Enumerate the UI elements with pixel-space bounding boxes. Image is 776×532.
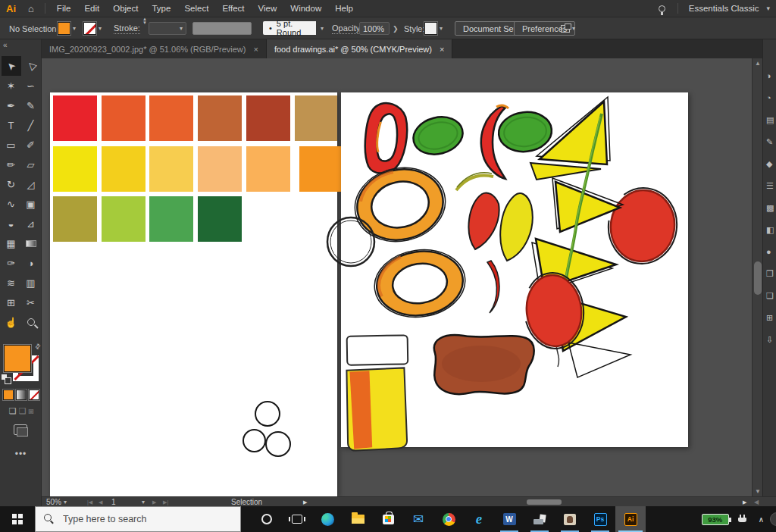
chevron-down-icon[interactable]: ▾ — [572, 25, 575, 32]
pen-tool[interactable]: ✒ — [2, 95, 21, 115]
draw-behind-icon[interactable]: ❏ — [19, 406, 27, 416]
panel-graphic-styles-icon[interactable]: ❒ — [766, 268, 776, 280]
cortana-icon[interactable] — [252, 506, 282, 532]
stroke-weight-dropdown[interactable]: ▾ — [149, 22, 186, 35]
scroll-up-icon[interactable]: ▲ — [753, 60, 763, 67]
shaper-tool[interactable]: ✏ — [2, 155, 21, 174]
symbol-sprayer-tool[interactable]: ≋ — [2, 273, 21, 293]
brush-dropdown-chevron[interactable]: ▾ — [318, 17, 324, 39]
menu-help[interactable]: Help — [328, 4, 360, 13]
sketch-circle-top[interactable] — [255, 401, 280, 427]
sketch-honey-jar[interactable] — [346, 335, 410, 450]
arrange-panel-icon[interactable] — [561, 25, 570, 33]
menu-file[interactable]: File — [50, 4, 78, 13]
blend-tool[interactable]: ◑ — [21, 253, 41, 273]
search-input[interactable] — [35, 506, 241, 532]
opacity-label[interactable]: Opacity: — [332, 23, 362, 34]
menu-object[interactable]: Object — [106, 4, 145, 13]
palette-swatch-r1c4[interactable] — [198, 95, 242, 141]
rectangle-tool[interactable]: ▭ — [2, 135, 21, 155]
fill-indicator[interactable] — [4, 345, 31, 372]
stroke-label[interactable]: Stroke: — [114, 23, 140, 34]
tab-close-icon[interactable]: × — [253, 45, 258, 54]
palette-swatch-r3c3[interactable] — [149, 196, 193, 242]
rotate-tool[interactable]: ↻ — [2, 174, 21, 194]
horizontal-scroll-thumb[interactable] — [527, 499, 562, 505]
color-button[interactable] — [3, 390, 14, 400]
palette-swatch-r2c2[interactable] — [102, 146, 146, 192]
discover-lightbulb-icon[interactable] — [659, 5, 665, 12]
style-swatch[interactable] — [424, 22, 437, 35]
task-view-icon[interactable] — [282, 506, 312, 532]
panel-artboards-icon[interactable]: ⊞ — [766, 311, 776, 324]
chevron-down-icon[interactable]: ▾ — [99, 25, 102, 32]
panel-transparency-icon[interactable]: ◧ — [766, 224, 776, 236]
battery-indicator[interactable]: 93% — [702, 514, 729, 525]
vertical-scroll-thumb[interactable] — [754, 261, 762, 295]
photos-app-icon[interactable] — [555, 506, 585, 532]
workspace-switcher[interactable]: Essentials Classic — [683, 4, 765, 13]
scroll-down-icon[interactable]: ▼ — [753, 488, 763, 495]
perspective-grid-tool[interactable]: ⊿ — [21, 214, 41, 233]
sketch-steak[interactable] — [434, 335, 534, 394]
sketch-circle-left[interactable] — [242, 429, 266, 452]
vertical-scrollbar[interactable]: ▲ ▼ — [752, 58, 762, 496]
menu-type[interactable]: Type — [145, 4, 177, 13]
fill-color-swatch[interactable] — [58, 22, 70, 35]
illustrator-icon[interactable]: Ai — [615, 506, 646, 532]
palette-swatch-r1c3[interactable] — [149, 95, 193, 141]
slice-tool[interactable]: ✂ — [21, 293, 41, 312]
width-tool[interactable]: ∿ — [2, 194, 21, 214]
palette-swatch-r2c4[interactable] — [198, 146, 242, 192]
opacity-value-field[interactable]: 100% — [359, 22, 390, 35]
gradient-button[interactable] — [16, 390, 27, 400]
magic-wand-tool[interactable]: ✶ — [2, 76, 21, 95]
curvature-tool[interactable]: ✎ — [21, 95, 41, 115]
brush-definition-field[interactable]: •5 pt. Round — [263, 21, 316, 35]
hand-tool[interactable]: ☝ — [2, 312, 21, 332]
panel-asset-export-icon[interactable]: ⇩ — [766, 333, 776, 346]
photoshop-icon[interactable]: Ps — [585, 506, 615, 532]
panel-brushes-icon[interactable]: ✎ — [766, 136, 776, 148]
menu-edit[interactable]: Edit — [77, 4, 106, 13]
panel-color-guide-icon[interactable]: ◔ — [766, 92, 776, 104]
panel-symbols-icon[interactable]: ◆ — [766, 158, 776, 170]
free-transform-tool[interactable]: ▣ — [21, 194, 41, 214]
mesh-tool[interactable]: ▦ — [2, 233, 21, 253]
microsoft-store-icon[interactable] — [373, 506, 403, 532]
internet-explorer-icon[interactable]: e — [464, 506, 494, 532]
scanner-app-icon[interactable] — [524, 506, 555, 532]
palette-swatch-r3c1[interactable] — [53, 196, 97, 242]
mail-icon[interactable]: ✉ — [403, 506, 433, 532]
change-screen-mode-icon[interactable] — [14, 424, 27, 435]
menu-select[interactable]: Select — [177, 4, 215, 13]
palette-swatch-r3c4[interactable] — [198, 196, 242, 242]
placed-food-drawing-image[interactable] — [341, 92, 688, 447]
tray-partial-icon[interactable] — [770, 512, 776, 526]
shape-builder-tool[interactable]: ◒ — [2, 214, 21, 233]
edit-toolbar-ellipsis[interactable]: ••• — [0, 449, 42, 459]
zoom-tool[interactable] — [21, 312, 41, 332]
document-tab-2[interactable]: food drawings.ai* @ 50% (CMYK/Preview)× — [267, 39, 452, 58]
sketch-circle-right[interactable] — [265, 431, 291, 457]
palette-swatch-r1c2[interactable] — [102, 95, 146, 141]
palette-swatch-r1c1[interactable] — [53, 95, 97, 141]
selection-tool[interactable]: ➤ — [2, 56, 21, 76]
panel-color-icon[interactable]: ◑ — [766, 70, 776, 82]
show-hidden-icons-chevron[interactable]: ∧ — [759, 515, 764, 524]
home-icon[interactable]: ⌂ — [22, 3, 40, 14]
stroke-color-swatch[interactable] — [83, 22, 96, 35]
stroke-weight-stepper[interactable]: ▲▼ — [142, 17, 147, 39]
paintbrush-tool[interactable]: ✐ — [21, 135, 41, 155]
default-fill-stroke-icon[interactable] — [2, 374, 11, 383]
chevron-down-icon[interactable]: ▾ — [765, 5, 776, 12]
word-icon[interactable]: W — [494, 506, 524, 532]
none-button[interactable] — [29, 390, 39, 400]
palette-swatch-r2c6[interactable] — [299, 146, 345, 192]
palette-swatch-r2c5[interactable] — [246, 146, 290, 192]
edge-icon[interactable] — [312, 506, 343, 532]
draw-normal-icon[interactable]: ❏ — [9, 406, 17, 416]
panel-stroke-icon[interactable]: ☰ — [766, 180, 776, 192]
chrome-icon[interactable] — [433, 506, 464, 532]
start-button[interactable] — [0, 506, 35, 532]
